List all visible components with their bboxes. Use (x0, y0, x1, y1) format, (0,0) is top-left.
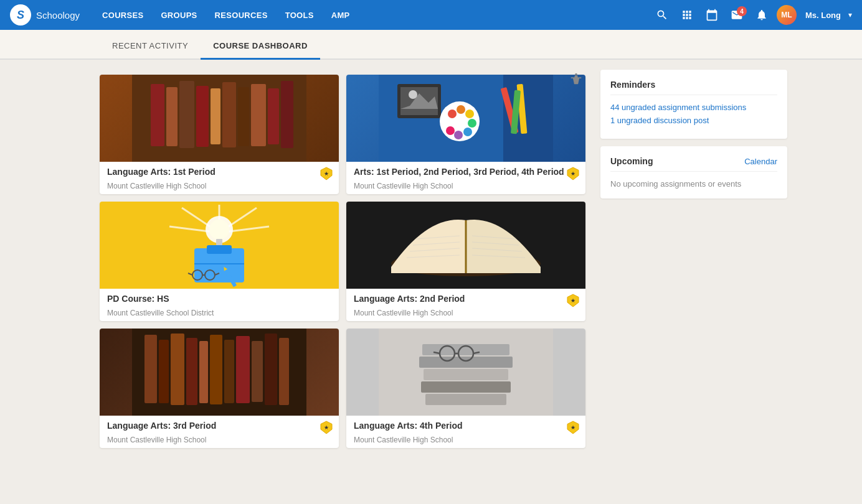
svg-rect-8 (251, 84, 266, 146)
logo-s-letter: S (17, 9, 24, 22)
svg-rect-83 (421, 381, 511, 393)
svg-rect-82 (424, 369, 508, 380)
nav-links: COURSES GROUPS RESOURCES TOOLS AMP (95, 6, 652, 25)
svg-rect-75 (265, 334, 277, 405)
nav-link-amp[interactable]: AMP (324, 6, 358, 25)
svg-rect-69 (186, 338, 197, 405)
logo-text: Schoology (36, 10, 80, 21)
svg-text:★: ★ (324, 170, 329, 177)
course-school-lang3: Mount Castleville High School (107, 436, 331, 444)
user-dropdown-arrow[interactable]: ▾ (848, 11, 852, 19)
apps-button[interactable] (677, 6, 697, 24)
svg-rect-2 (166, 87, 178, 146)
svg-rect-9 (268, 88, 279, 144)
svg-rect-67 (159, 340, 169, 403)
nav-link-courses[interactable]: COURSES (95, 6, 151, 25)
courses-grid: Language Arts: 1st Period ★ Mount Castle… (100, 75, 585, 448)
svg-rect-68 (171, 334, 184, 405)
course-info: Language Arts: 1st Period ★ Mount Castle… (100, 162, 339, 194)
svg-text:★: ★ (324, 424, 329, 431)
course-badge-lang4: ★ (567, 421, 579, 437)
reminder-link-assignments[interactable]: 44 ungraded assignment submissions (610, 103, 777, 112)
nav-link-resources[interactable]: RESOURCES (207, 6, 275, 25)
accessibility-icon[interactable] (569, 72, 583, 89)
course-title-lang2: Language Arts: 2nd Period (354, 294, 578, 304)
course-school-lang2: Mount Castleville High School (354, 309, 578, 317)
svg-rect-66 (144, 335, 157, 403)
course-school: Mount Castleville High School (107, 182, 331, 190)
course-thumbnail-pd (100, 202, 339, 289)
search-button[interactable] (652, 6, 672, 24)
avatar[interactable]: ML (777, 5, 797, 25)
course-info-lang2: Language Arts: 2nd Period ★ Mount Castle… (346, 289, 585, 321)
sidebar: Reminders 44 ungraded assignment submiss… (600, 70, 787, 448)
course-card-lang-arts-2[interactable]: Language Arts: 2nd Period ★ Mount Castle… (346, 202, 585, 321)
course-card-lang-arts-1[interactable]: Language Arts: 1st Period ★ Mount Castle… (100, 75, 339, 194)
course-card-lang-arts-3[interactable]: Language Arts: 3rd Period ★ Mount Castle… (100, 329, 339, 448)
svg-point-20 (448, 110, 457, 118)
course-title-lang3: Language Arts: 3rd Period (107, 421, 331, 431)
svg-point-26 (446, 126, 455, 135)
svg-rect-3 (179, 81, 194, 148)
svg-rect-72 (224, 340, 234, 403)
upcoming-title: Upcoming (610, 156, 653, 166)
nav-link-groups[interactable]: GROUPS (153, 6, 204, 25)
svg-rect-71 (210, 335, 222, 404)
svg-point-25 (454, 131, 463, 139)
svg-rect-10 (281, 81, 293, 148)
course-info-lang3: Language Arts: 3rd Period ★ Mount Castle… (100, 416, 339, 448)
svg-rect-73 (236, 336, 250, 403)
navbar: S Schoology COURSES GROUPS RESOURCES TOO… (0, 0, 862, 30)
svg-text:★: ★ (571, 170, 575, 177)
courses-section: Language Arts: 1st Period ★ Mount Castle… (100, 70, 585, 448)
svg-point-22 (465, 110, 474, 118)
tab-recent-activity[interactable]: RECENT ACTIVITY (100, 34, 201, 60)
svg-rect-5 (211, 88, 220, 144)
nav-right: 4 ML Ms. Long ▾ (652, 5, 852, 25)
nav-link-tools[interactable]: TOOLS (278, 6, 321, 25)
course-thumbnail-books-vintage (100, 329, 339, 416)
course-thumbnail-book-open (346, 202, 585, 289)
tab-course-dashboard[interactable]: COURSE DASHBOARD (201, 34, 320, 60)
messages-button[interactable]: 4 (727, 6, 747, 24)
user-name[interactable]: Ms. Long (805, 11, 841, 20)
svg-rect-84 (425, 394, 506, 405)
course-title: Language Arts: 1st Period (107, 167, 331, 177)
svg-rect-76 (279, 338, 289, 405)
svg-rect-74 (252, 341, 263, 402)
calendar-button[interactable] (702, 6, 722, 24)
reminder-link-discussion[interactable]: 1 ungraded discussion post (610, 116, 777, 125)
course-badge-lang3: ★ (320, 421, 333, 437)
course-card-arts[interactable]: Arts: 1st Period, 2nd Period, 3rd Period… (346, 75, 585, 194)
svg-text:★: ★ (571, 297, 575, 304)
course-badge-arts: ★ (567, 167, 579, 183)
course-badge: ★ (320, 167, 333, 183)
svg-rect-81 (419, 357, 513, 368)
svg-point-23 (468, 119, 476, 128)
course-thumbnail-books-gray (346, 329, 585, 416)
course-title-pd: PD Course: HS (107, 294, 331, 304)
course-card-lang-arts-4[interactable]: Language Arts: 4th Period ★ Mount Castle… (346, 329, 585, 448)
course-card-pd[interactable]: PD Course: HS Mount Castleville School D… (100, 202, 339, 321)
svg-rect-41 (216, 239, 222, 245)
course-school-arts: Mount Castleville High School (354, 182, 578, 190)
upcoming-header: Upcoming Calendar (610, 156, 777, 172)
course-title-arts: Arts: 1st Period, 2nd Period, 3rd Period… (354, 167, 578, 177)
svg-point-21 (457, 105, 465, 114)
calendar-link[interactable]: Calendar (744, 157, 777, 166)
course-badge-lang2: ★ (567, 294, 579, 310)
logo-circle: S (10, 4, 31, 26)
svg-point-24 (463, 128, 472, 136)
reminders-title: Reminders (610, 80, 777, 95)
logo[interactable]: S Schoology (10, 4, 80, 26)
notifications-button[interactable] (752, 6, 772, 24)
course-school-lang4: Mount Castleville High School (354, 436, 578, 444)
no-upcoming-message: No upcoming assignments or events (610, 179, 777, 189)
svg-rect-43 (207, 245, 232, 254)
course-info-arts: Arts: 1st Period, 2nd Period, 3rd Period… (346, 162, 585, 194)
svg-point-27 (453, 115, 466, 128)
svg-rect-7 (238, 87, 249, 146)
messages-badge: 4 (737, 6, 747, 16)
svg-rect-6 (222, 82, 236, 147)
course-school-pd: Mount Castleville School District (107, 309, 331, 317)
